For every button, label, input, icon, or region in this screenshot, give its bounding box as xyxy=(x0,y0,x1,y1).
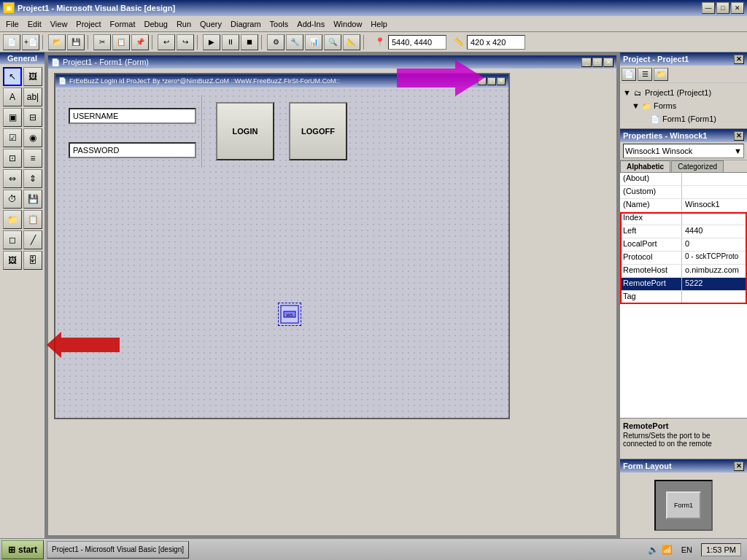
tool-pointer[interactable]: ↖ xyxy=(3,67,22,86)
menu-window[interactable]: Window xyxy=(329,17,366,31)
toolbar-misc4[interactable]: 🔍 xyxy=(324,34,341,50)
tool-checkbox[interactable]: ☑ xyxy=(3,128,22,147)
properties-panel-close[interactable]: ✕ xyxy=(734,131,744,141)
tool-hscroll[interactable]: ⇔ xyxy=(3,169,22,188)
properties-table: (About) (Custom) (Name) Winsock1 Index L… xyxy=(620,173,747,418)
form-content[interactable]: USERNAME PASSWORD LOGIN LOGOFF xyxy=(55,88,508,418)
toolbar-copy[interactable]: 📋 xyxy=(112,34,130,50)
properties-header: Winsock1 Winsock ▼ xyxy=(620,142,747,160)
toolbar-redo[interactable]: ↪ xyxy=(177,34,194,50)
tool-button[interactable]: ⊟ xyxy=(23,108,42,127)
tool-label[interactable]: A xyxy=(3,88,22,106)
layout-form-preview[interactable]: Form1 xyxy=(666,491,701,519)
mdi-close[interactable]: ✕ xyxy=(603,58,614,67)
password-textbox[interactable]: PASSWORD xyxy=(69,142,196,158)
menu-format[interactable]: Format xyxy=(106,17,140,31)
menu-project[interactable]: Project xyxy=(71,17,105,31)
menu-run[interactable]: Run xyxy=(172,17,196,31)
form-layout-close[interactable]: ✕ xyxy=(734,462,744,471)
proj-btn-view-object[interactable]: 📄 xyxy=(622,68,636,81)
tool-textbox[interactable]: ab| xyxy=(23,88,42,106)
divider xyxy=(201,95,202,168)
mdi-minimize[interactable]: _ xyxy=(581,58,592,67)
close-button[interactable]: ✕ xyxy=(731,2,744,14)
logoff-button[interactable]: LOGOFF xyxy=(289,102,347,160)
tool-frame[interactable]: ▣ xyxy=(3,108,22,127)
design-area: 📄 Project1 - Form1 (Form) _ □ ✕ 📄 FrEeBu… xyxy=(45,52,619,538)
prop-row-index[interactable]: Index xyxy=(620,212,747,225)
mdi-maximize[interactable]: □ xyxy=(592,58,603,67)
winsock-control[interactable]: WS xyxy=(278,303,301,326)
tool-dir[interactable]: 📁 xyxy=(3,210,22,229)
prop-row-localport[interactable]: LocalPort 0 xyxy=(620,238,747,252)
menu-tools[interactable]: Tools xyxy=(266,17,293,31)
tool-timer[interactable]: ⏱ xyxy=(3,190,22,209)
toolbar-sep-2 xyxy=(88,35,90,50)
tool-listbox[interactable]: ≡ xyxy=(23,149,42,168)
inner-close[interactable]: ✕ xyxy=(497,77,506,85)
tool-radio[interactable]: ◉ xyxy=(23,128,42,147)
menu-help[interactable]: Help xyxy=(366,17,392,31)
tool-image[interactable]: 🖼 xyxy=(3,251,22,270)
tool-line[interactable]: ╱ xyxy=(23,230,42,249)
start-label: start xyxy=(18,545,37,555)
prop-row-tag[interactable]: Tag xyxy=(620,291,747,304)
tool-data[interactable]: 🗄 xyxy=(23,251,42,270)
window-controls[interactable]: — □ ✕ xyxy=(702,2,744,14)
inner-form-controls[interactable]: _ □ ✕ xyxy=(478,77,506,85)
minimize-button[interactable]: — xyxy=(702,2,715,14)
tab-alphabetic[interactable]: Alphabetic xyxy=(620,160,670,172)
toolbar-save[interactable]: 💾 xyxy=(67,34,85,50)
tab-categorized[interactable]: Categorized xyxy=(671,160,724,172)
taskbar-items: Project1 - Microsoft Visual Basic [desig… xyxy=(47,541,648,559)
prop-row-remoteport[interactable]: RemotePort 5222 xyxy=(620,278,747,291)
toolbar-new[interactable]: 📄 xyxy=(3,34,20,50)
taskbar-vb-item[interactable]: Project1 - Microsoft Visual Basic [desig… xyxy=(47,541,189,559)
toolbar-sep-5 xyxy=(261,35,264,50)
tool-drive[interactable]: 💾 xyxy=(23,190,42,209)
menu-edit[interactable]: Edit xyxy=(23,17,46,31)
menu-query[interactable]: Query xyxy=(196,17,226,31)
menu-diagram[interactable]: Diagram xyxy=(226,17,266,31)
toolbar-misc5[interactable]: 📐 xyxy=(343,34,360,50)
toolbar-run[interactable]: ▶ xyxy=(203,34,220,50)
menu-file[interactable]: File xyxy=(1,17,23,31)
proj-btn-toggle[interactable]: 📁 xyxy=(654,68,668,81)
tool-combobox[interactable]: ⊡ xyxy=(3,149,22,168)
prop-row-protocol[interactable]: Protocol 0 - sckTCPProto xyxy=(620,252,747,265)
form1-label: Form1 (Form1) xyxy=(662,114,716,123)
mdi-controls[interactable]: _ □ ✕ xyxy=(581,58,614,67)
tool-picture[interactable]: 🖼 xyxy=(23,67,42,86)
menu-view[interactable]: View xyxy=(46,17,72,31)
toolbar-misc2[interactable]: 🔧 xyxy=(286,34,303,50)
toolbar-undo[interactable]: ↩ xyxy=(158,34,175,50)
tree-form1[interactable]: 📄 Form1 (Form1) xyxy=(640,112,744,125)
tool-shape[interactable]: ◻ xyxy=(3,230,22,249)
inner-restore[interactable]: □ xyxy=(487,77,496,85)
start-button[interactable]: ⊞ start xyxy=(1,540,44,559)
inner-minimize[interactable]: _ xyxy=(478,77,487,85)
properties-object-dropdown[interactable]: Winsock1 Winsock ▼ xyxy=(623,144,744,158)
username-textbox[interactable]: USERNAME xyxy=(69,108,196,124)
login-button[interactable]: LOGIN xyxy=(216,102,274,160)
toolbar-paste[interactable]: 📌 xyxy=(131,34,149,50)
proj-btn-view-code[interactable]: ☰ xyxy=(638,68,652,81)
toolbar-open[interactable]: 📂 xyxy=(48,34,66,50)
toolbar-misc1[interactable]: ⚙ xyxy=(267,34,285,50)
window-title: Project1 - Microsoft Visual Basic [desig… xyxy=(18,4,175,12)
toolbar-pause[interactable]: ⏸ xyxy=(222,34,239,50)
toolbar-misc3[interactable]: 📊 xyxy=(305,34,322,50)
project-panel-close[interactable]: ✕ xyxy=(734,55,744,64)
menu-debug[interactable]: Debug xyxy=(139,17,171,31)
maximize-button[interactable]: □ xyxy=(716,2,729,14)
prop-row-remotehost[interactable]: RemoteHost o.nimbuzz.com xyxy=(620,265,747,278)
menu-addins[interactable]: Add-Ins xyxy=(293,17,329,31)
toolbar-stop[interactable]: ⏹ xyxy=(241,34,258,50)
tool-vscroll[interactable]: ⇕ xyxy=(23,169,42,188)
tool-file[interactable]: 📋 xyxy=(23,210,42,229)
toolbar-cut[interactable]: ✂ xyxy=(93,34,111,50)
prop-row-left[interactable]: Left 4440 xyxy=(620,225,747,238)
form-icon: 📄 xyxy=(649,113,661,125)
toolbox-grid: ↖ 🖼 A ab| ▣ ⊟ ☑ ◉ ⊡ ≡ ⇔ ⇕ ⏱ 💾 📁 📋 ◻ ╱ 🖼 … xyxy=(0,64,44,273)
toolbar-addform[interactable]: +📄 xyxy=(22,34,39,50)
